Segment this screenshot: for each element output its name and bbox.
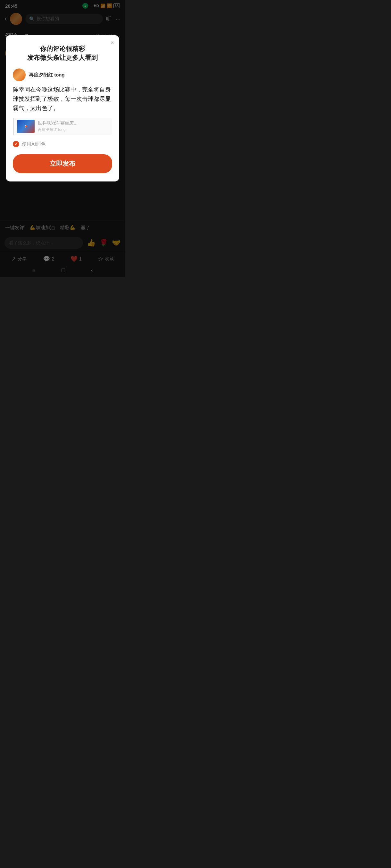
- article-title: 世乒联冠军赛重庆...: [38, 120, 109, 126]
- article-preview[interactable]: 🏓 世乒联冠军赛重庆... 再度夕阳红 tong: [13, 118, 112, 135]
- modal-close-button[interactable]: ×: [111, 40, 114, 46]
- ai-option-row[interactable]: ✓ 使用AI润色: [13, 141, 112, 147]
- modal-avatar: [13, 68, 26, 81]
- modal-username: 再度夕阳红 tong: [29, 72, 65, 78]
- publish-button[interactable]: 立即发布: [13, 154, 112, 173]
- article-info: 世乒联冠军赛重庆... 再度夕阳红 tong: [38, 120, 109, 132]
- article-author: 再度夕阳红 tong: [38, 127, 109, 132]
- modal-title-line1: 你的评论很精彩: [40, 45, 85, 52]
- publish-modal: × 你的评论很精彩 发布微头条让更多人看到 再度夕阳红 tong 陈幸同在今晚这…: [6, 35, 119, 182]
- ai-label: 使用AI润色: [22, 141, 46, 147]
- ai-check-icon: ✓: [13, 141, 19, 147]
- modal-comment-text: 陈幸同在今晚这场比赛中，完全将自身球技发挥到了极致，每一次击球都尽显霸气，太出色…: [13, 85, 112, 113]
- modal-user-row: 再度夕阳红 tong: [13, 68, 112, 81]
- modal-title-line2: 发布微头条让更多人看到: [27, 54, 98, 61]
- modal-title: 你的评论很精彩 发布微头条让更多人看到: [13, 44, 112, 62]
- article-thumbnail: 🏓: [17, 120, 35, 133]
